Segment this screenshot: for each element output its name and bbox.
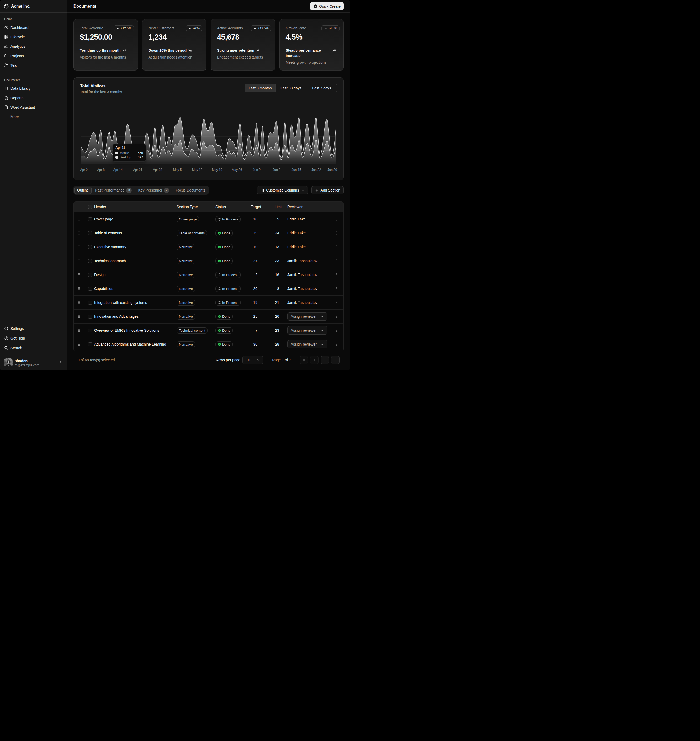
rows-per-page-select[interactable]: 10 bbox=[243, 356, 263, 364]
card-trend-badge: +12.5% bbox=[113, 25, 134, 31]
main-panel: Documents Quick Create Total Revenue+12.… bbox=[67, 0, 350, 370]
range-last-3-months[interactable]: Last 3 months bbox=[245, 84, 275, 92]
limit-value[interactable]: 23 bbox=[260, 328, 285, 332]
row-menu-button[interactable] bbox=[333, 243, 340, 251]
range-last-30-days[interactable]: Last 30 days bbox=[275, 84, 306, 92]
row-checkbox[interactable] bbox=[88, 287, 92, 291]
limit-value[interactable]: 5 bbox=[260, 217, 285, 221]
drag-handle[interactable] bbox=[76, 342, 82, 347]
brand-button[interactable]: Acme Inc. bbox=[2, 2, 65, 10]
drag-handle[interactable] bbox=[76, 286, 82, 291]
assign-reviewer-select[interactable]: Assign reviewer bbox=[287, 312, 328, 321]
sidebar-item-get-help[interactable]: Get Help bbox=[2, 334, 65, 343]
drag-handle[interactable] bbox=[76, 230, 82, 236]
target-value[interactable]: 2 bbox=[251, 273, 260, 277]
drag-handle[interactable] bbox=[76, 300, 82, 305]
row-checkbox[interactable] bbox=[88, 217, 92, 221]
limit-value[interactable]: 24 bbox=[260, 231, 285, 235]
sidebar-item-lifecycle[interactable]: Lifecycle bbox=[2, 33, 65, 41]
row-title[interactable]: Cover page bbox=[92, 217, 175, 221]
svg-text:Jun 15: Jun 15 bbox=[292, 168, 301, 172]
row-checkbox[interactable] bbox=[88, 273, 92, 277]
row-title[interactable]: Table of contents bbox=[92, 231, 175, 235]
limit-value[interactable]: 8 bbox=[260, 287, 285, 291]
drag-handle[interactable] bbox=[76, 328, 82, 333]
row-checkbox[interactable] bbox=[88, 245, 92, 249]
tab-key-personnel[interactable]: Key Personnel2 bbox=[135, 187, 172, 194]
tab-past-performance[interactable]: Past Performance3 bbox=[92, 187, 135, 194]
drag-handle[interactable] bbox=[76, 272, 82, 277]
sidebar-item-data-library[interactable]: Data Library bbox=[2, 84, 65, 93]
assign-reviewer-select[interactable]: Assign reviewer bbox=[287, 340, 328, 348]
target-value[interactable]: 25 bbox=[251, 315, 260, 319]
page-info: Page 1 of 7 bbox=[272, 358, 291, 362]
drag-handle[interactable] bbox=[76, 258, 82, 263]
next-page-button[interactable] bbox=[321, 356, 329, 364]
sidebar-item-dashboard[interactable]: Dashboard bbox=[2, 24, 65, 32]
trend-up-icon bbox=[116, 27, 119, 30]
section-type-badge: Narrative bbox=[176, 286, 195, 292]
row-title[interactable]: Executive summary bbox=[92, 245, 175, 249]
row-menu-button[interactable] bbox=[333, 327, 340, 334]
row-title[interactable]: Capabilities bbox=[92, 287, 175, 291]
row-menu-button[interactable] bbox=[333, 257, 340, 265]
first-page-button[interactable] bbox=[300, 356, 308, 364]
drag-handle[interactable] bbox=[76, 216, 82, 222]
row-checkbox[interactable] bbox=[88, 231, 92, 235]
target-value[interactable]: 29 bbox=[251, 231, 260, 235]
tab-focus-documents[interactable]: Focus Documents bbox=[173, 187, 208, 194]
row-title[interactable]: Technical approach bbox=[92, 259, 175, 263]
range-last-7-days[interactable]: Last 7 days bbox=[306, 84, 337, 92]
target-value[interactable]: 30 bbox=[251, 342, 260, 346]
row-menu-button[interactable] bbox=[333, 313, 340, 320]
row-checkbox[interactable] bbox=[88, 259, 92, 263]
limit-value[interactable]: 13 bbox=[260, 245, 285, 249]
row-checkbox[interactable] bbox=[88, 301, 92, 304]
row-menu-button[interactable] bbox=[333, 271, 340, 278]
target-value[interactable]: 7 bbox=[251, 328, 260, 332]
tab-outline[interactable]: Outline bbox=[74, 187, 91, 194]
limit-value[interactable]: 21 bbox=[260, 300, 285, 304]
target-value[interactable]: 20 bbox=[251, 287, 260, 291]
sidebar-item-word-assistant[interactable]: Word Assistant bbox=[2, 103, 65, 112]
target-value[interactable]: 10 bbox=[251, 245, 260, 249]
quick-create-button[interactable]: Quick Create bbox=[310, 2, 344, 10]
user-menu-button[interactable]: shadcn m@example.com bbox=[2, 356, 65, 369]
sidebar-item-analytics[interactable]: Analytics bbox=[2, 42, 65, 51]
target-value[interactable]: 19 bbox=[251, 300, 260, 304]
row-checkbox[interactable] bbox=[88, 343, 92, 346]
row-title[interactable]: Integration with existing systems bbox=[92, 300, 175, 304]
sidebar-item-reports[interactable]: Reports bbox=[2, 94, 65, 102]
target-value[interactable]: 18 bbox=[251, 217, 260, 221]
row-menu-button[interactable] bbox=[333, 229, 340, 237]
row-menu-button[interactable] bbox=[333, 285, 340, 292]
sidebar-item-team[interactable]: Team bbox=[2, 61, 65, 69]
add-section-button[interactable]: Add Section bbox=[312, 186, 344, 194]
row-title[interactable]: Overview of EMR's Innovative Solutions bbox=[92, 328, 175, 332]
customize-columns-button[interactable]: Customize Columns bbox=[257, 186, 308, 194]
limit-value[interactable]: 28 bbox=[260, 342, 285, 346]
sidebar-item-search[interactable]: Search bbox=[2, 344, 65, 352]
row-menu-button[interactable] bbox=[333, 341, 340, 348]
drag-handle[interactable] bbox=[76, 244, 82, 250]
last-page-button[interactable] bbox=[331, 356, 340, 364]
row-menu-button[interactable] bbox=[333, 215, 340, 223]
limit-value[interactable]: 26 bbox=[260, 315, 285, 319]
row-title[interactable]: Design bbox=[92, 273, 175, 277]
row-title[interactable]: Innovation and Advantages bbox=[92, 315, 175, 319]
row-title[interactable]: Advanced Algorithms and Machine Learning bbox=[92, 342, 175, 346]
target-value[interactable]: 27 bbox=[251, 259, 260, 263]
sidebar-item-projects[interactable]: Projects bbox=[2, 52, 65, 60]
sidebar-item-more[interactable]: More bbox=[2, 113, 65, 121]
area-chart[interactable]: Apr 2Apr 8Apr 14Apr 21Apr 28May 5May 12M… bbox=[80, 108, 337, 173]
sidebar-item-settings[interactable]: Settings bbox=[2, 324, 65, 333]
limit-value[interactable]: 23 bbox=[260, 259, 285, 263]
row-checkbox[interactable] bbox=[88, 328, 92, 332]
row-checkbox[interactable] bbox=[88, 315, 92, 319]
assign-reviewer-select[interactable]: Assign reviewer bbox=[287, 326, 328, 335]
limit-value[interactable]: 16 bbox=[260, 273, 285, 277]
drag-handle[interactable] bbox=[76, 314, 82, 319]
select-all-checkbox[interactable] bbox=[88, 205, 92, 209]
row-menu-button[interactable] bbox=[333, 299, 340, 306]
prev-page-button[interactable] bbox=[310, 356, 319, 364]
